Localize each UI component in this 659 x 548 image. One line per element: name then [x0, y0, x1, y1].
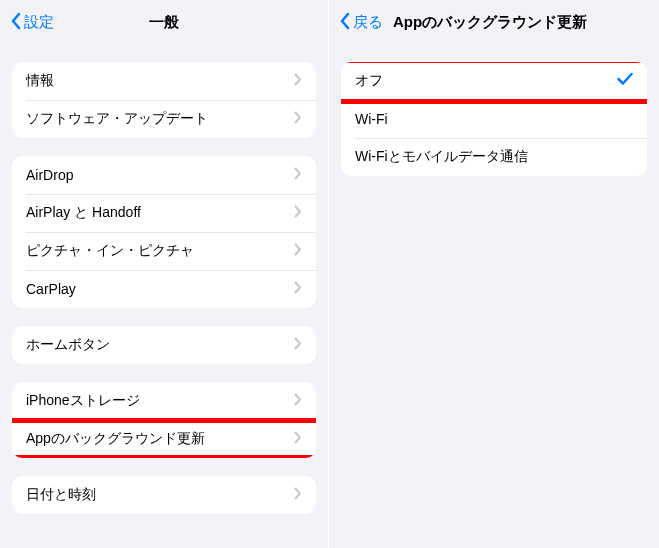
settings-group-3: iPhoneストレージ Appのバックグラウンド更新 — [12, 382, 316, 458]
settings-group-2: ホームボタン — [12, 326, 316, 364]
row-date-time[interactable]: 日付と時刻 — [12, 476, 316, 514]
row-label: Appのバックグラウンド更新 — [26, 430, 294, 448]
row-label: ピクチャ・イン・ピクチャ — [26, 242, 294, 260]
nav-back-label: 戻る — [353, 13, 383, 32]
settings-group-0: 情報 ソフトウェア・アップデート — [12, 62, 316, 138]
row-label: オフ — [355, 72, 617, 90]
row-label: ホームボタン — [26, 336, 294, 354]
nav-back-label: 設定 — [24, 13, 54, 32]
options-group: オフ Wi-Fi Wi-Fiとモバイルデータ通信 — [341, 62, 647, 176]
row-label: Wi-Fi — [355, 111, 633, 127]
row-label: AirDrop — [26, 167, 294, 183]
settings-group-1: AirDrop AirPlay と Handoff ピクチャ・イン・ピクチャ C… — [12, 156, 316, 308]
row-label: AirPlay と Handoff — [26, 204, 294, 222]
chevron-right-icon — [294, 430, 302, 448]
nav-bar: 設定 一般 — [0, 0, 328, 44]
option-off[interactable]: オフ — [341, 62, 647, 100]
row-software-update[interactable]: ソフトウェア・アップデート — [12, 100, 316, 138]
content-scroll[interactable]: 情報 ソフトウェア・アップデート AirDrop AirPlay と Hando… — [0, 44, 328, 548]
nav-bar: 戻る Appのバックグラウンド更新 — [329, 0, 659, 44]
option-wifi[interactable]: Wi-Fi — [341, 100, 647, 138]
row-info[interactable]: 情報 — [12, 62, 316, 100]
chevron-right-icon — [294, 486, 302, 504]
screen-general: 設定 一般 情報 ソフトウェア・アップデート AirDrop AirPlay と… — [0, 0, 329, 548]
row-label: Wi-Fiとモバイルデータ通信 — [355, 148, 633, 166]
chevron-right-icon — [294, 204, 302, 222]
nav-title: Appのバックグラウンド更新 — [393, 13, 587, 32]
row-home-button[interactable]: ホームボタン — [12, 326, 316, 364]
chevron-right-icon — [294, 110, 302, 128]
row-carplay[interactable]: CarPlay — [12, 270, 316, 308]
screen-background-refresh: 戻る Appのバックグラウンド更新 オフ Wi-Fi Wi-Fiとモバイルデータ… — [329, 0, 659, 548]
row-pip[interactable]: ピクチャ・イン・ピクチャ — [12, 232, 316, 270]
nav-back-button[interactable]: 設定 — [10, 12, 54, 33]
row-label: 日付と時刻 — [26, 486, 294, 504]
row-background-app-refresh[interactable]: Appのバックグラウンド更新 — [12, 420, 316, 458]
nav-back-button[interactable]: 戻る — [339, 12, 383, 33]
row-iphone-storage[interactable]: iPhoneストレージ — [12, 382, 316, 420]
option-wifi-cellular[interactable]: Wi-Fiとモバイルデータ通信 — [341, 138, 647, 176]
chevron-right-icon — [294, 72, 302, 90]
row-airdrop[interactable]: AirDrop — [12, 156, 316, 194]
row-label: CarPlay — [26, 281, 294, 297]
chevron-right-icon — [294, 392, 302, 410]
row-airplay-handoff[interactable]: AirPlay と Handoff — [12, 194, 316, 232]
content-scroll[interactable]: オフ Wi-Fi Wi-Fiとモバイルデータ通信 — [329, 44, 659, 548]
row-label: ソフトウェア・アップデート — [26, 110, 294, 128]
chevron-left-icon — [339, 12, 351, 33]
chevron-right-icon — [294, 280, 302, 298]
chevron-right-icon — [294, 242, 302, 260]
chevron-right-icon — [294, 166, 302, 184]
chevron-left-icon — [10, 12, 22, 33]
row-label: iPhoneストレージ — [26, 392, 294, 410]
row-label: 情報 — [26, 72, 294, 90]
checkmark-icon — [617, 72, 633, 90]
settings-group-4: 日付と時刻 — [12, 476, 316, 514]
settings-group-3-wrap: iPhoneストレージ Appのバックグラウンド更新 — [0, 382, 328, 458]
chevron-right-icon — [294, 336, 302, 354]
